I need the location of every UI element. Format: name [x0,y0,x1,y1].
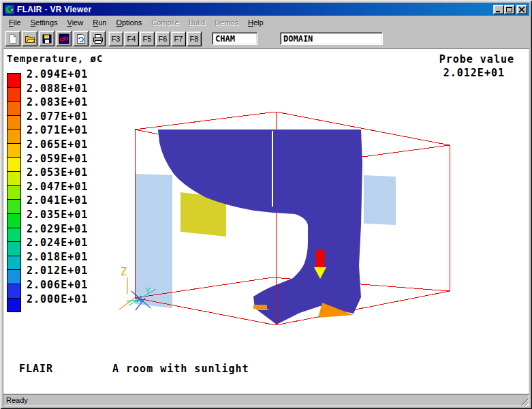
status-bar: Ready [3,394,529,406]
legend-value: 2.088E+01 [27,82,88,95]
legend-swatch [7,171,21,186]
legend-value: 2.035E+01 [27,209,88,221]
print-icon [93,33,104,44]
fkey-button-f7[interactable]: F7 [171,31,186,46]
fkey-button-f5[interactable]: F5 [140,31,155,46]
object-name-field[interactable]: DOMAIN [280,32,383,45]
menu-build: Build [184,17,210,28]
menu-settings[interactable]: Settings [26,17,63,28]
legend-swatch [7,101,21,116]
menu-view[interactable]: View [63,17,89,28]
legend-swatch [7,185,21,200]
menu-options[interactable]: Options [111,17,146,28]
case-title-label: A room with sunlight [112,363,249,375]
vr-viewport: Z Y X Temperature, øC 2.094E+012.088E+01… [3,48,529,394]
save-file-icon [42,33,52,44]
fkey-button-f3[interactable]: F3 [108,31,123,46]
legend-entry: 2.000E+01 [7,298,95,312]
legend-value: 2.000E+01 [27,293,88,305]
menu-compile: Compile [146,17,183,28]
axis-z-lines [119,277,135,309]
legend-swatch [7,199,21,214]
legend-value: 2.071E+01 [27,124,88,136]
app-name-label: FLAIR [19,363,53,375]
minimize-button[interactable] [493,5,504,14]
legend-swatch [7,284,21,299]
status-text: Ready [6,396,28,404]
sunlit-floor-sliver [253,305,267,309]
minimize-icon [495,6,503,13]
legend-swatch [7,269,21,284]
fkey-button-f4[interactable]: F4 [124,31,139,46]
legend-value: 2.047E+01 [27,181,88,193]
fkey-group: F3F4F5F6F7F8 [107,31,202,46]
legend-swatch [7,143,21,158]
color-legend: 2.094E+012.088E+012.083E+012.077E+012.07… [7,73,95,312]
resize-grip[interactable] [520,397,529,406]
legend-swatch [7,157,21,172]
app-window: FLAIR - VR Viewer FileSettingsViewRunOpt… [0,0,532,409]
legend-value: 2.083E+01 [27,96,88,108]
window-panel-right [364,175,396,225]
window-panel-left [135,174,172,308]
title-bar[interactable]: FLAIR - VR Viewer [3,3,529,16]
reload-case-icon [76,33,87,44]
legend-swatch [7,129,21,144]
legend-value: 2.006E+01 [27,279,88,291]
legend-value: 2.059E+01 [27,153,88,165]
legend-value: 2.024E+01 [27,237,88,249]
close-button[interactable] [516,5,527,14]
maximize-button[interactable] [504,5,515,14]
legend-swatch [7,256,21,271]
legend-swatch [7,298,21,313]
legend-value: 2.029E+01 [27,223,88,235]
legend-value: 2.053E+01 [27,166,88,179]
vr-view-button[interactable] [56,31,72,46]
axis-z-label: Z [121,266,127,278]
vr-view-icon [59,33,69,44]
legend-swatch [7,241,21,256]
maximize-icon [505,6,514,13]
legend-swatch [7,73,21,88]
probe-value: 2.012E+01 [439,67,505,79]
legend-value: 2.041E+01 [27,194,88,207]
legend-value: 2.012E+01 [27,264,88,277]
menu-demos: Demos [210,17,243,28]
open-file-button[interactable] [22,31,37,46]
axis-y-label: Y [145,286,151,296]
new-file-icon [7,33,18,44]
fkey-button-f8[interactable]: F8 [187,31,202,46]
legend-value: 2.077E+01 [27,110,88,123]
new-file-button [5,31,20,46]
probe-label: Probe value [439,53,514,65]
save-file-button[interactable] [39,31,54,46]
probe-marker-body[interactable] [316,250,324,267]
reload-case-button[interactable] [73,31,89,46]
axis-x-label: X [136,294,142,304]
legend-swatch [7,213,21,228]
legend-swatch [7,87,21,102]
fkey-button-f6[interactable]: F6 [155,31,170,46]
close-icon [518,6,526,13]
open-file-icon [25,33,35,44]
probe-readout: Probe value 2.012E+01 [439,53,514,79]
legend-swatch [7,115,21,130]
print-button[interactable] [90,31,106,46]
legend-swatch [7,228,21,243]
menu-help[interactable]: Help [243,17,268,28]
legend-value: 2.018E+01 [27,251,88,263]
legend-title: Temperature, øC [7,53,103,64]
legend-value: 2.094E+01 [27,68,88,80]
case-name-field[interactable]: CHAM [212,32,257,45]
menu-bar: FileSettingsViewRunOptionsCompileBuildDe… [3,16,529,29]
app-logo-icon [5,5,14,14]
menu-run[interactable]: Run [88,17,111,28]
legend-value: 2.065E+01 [27,138,88,151]
menu-file[interactable]: File [4,17,26,28]
window-title: FLAIR - VR Viewer [17,5,493,14]
toolbar: F3F4F5F6F7F8 CHAM DOMAIN [3,29,529,48]
